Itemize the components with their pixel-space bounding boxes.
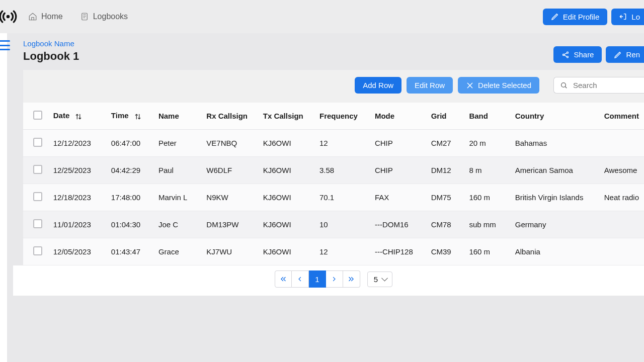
page-number-1[interactable]: 1	[309, 270, 326, 288]
cell-rx: KJ7WU	[201, 238, 258, 265]
col-header-name[interactable]: Name	[153, 103, 201, 130]
cell-tx: KJ6OWI	[258, 157, 314, 184]
edit-row-button[interactable]: Edit Row	[407, 77, 453, 94]
cell-grid: CM78	[426, 211, 464, 238]
col-header-tx[interactable]: Tx Callsign	[258, 103, 314, 130]
cell-country: British Virgin Islands	[510, 184, 599, 211]
row-checkbox[interactable]	[33, 246, 42, 255]
cell-mode: CHIP	[370, 130, 426, 157]
col-header-mode[interactable]: Mode	[370, 103, 426, 130]
page-last-button[interactable]	[343, 270, 360, 288]
cell-time: 01:43:47	[106, 238, 153, 265]
cell-grid: CM27	[426, 130, 464, 157]
page-next-button[interactable]	[326, 270, 343, 288]
svg-point-3	[567, 52, 569, 53]
col-header-comment[interactable]: Comment	[599, 103, 644, 130]
cell-rx: VE7NBQ	[201, 130, 258, 157]
cell-name: Marvin L	[153, 184, 201, 211]
table-row[interactable]: 12/25/202304:42:29PaulW6DLFKJ6OWI3.58CHI…	[23, 157, 644, 184]
row-checkbox[interactable]	[33, 165, 42, 174]
page-size-select[interactable]: 5	[367, 272, 392, 287]
table-row[interactable]: 12/18/202317:48:00Marvin LN9KWKJ6OWI70.1…	[23, 184, 644, 211]
col-header-country[interactable]: Country	[510, 103, 599, 130]
pagination: 1 5	[13, 265, 644, 296]
chevrons-right-icon	[348, 276, 355, 283]
page-first-button[interactable]	[275, 270, 292, 288]
hamburger-icon	[0, 40, 10, 50]
cell-time: 04:42:29	[106, 157, 153, 184]
cell-date: 12/25/2023	[48, 157, 106, 184]
share-label: Share	[574, 50, 594, 59]
col-header-freq[interactable]: Frequency	[314, 103, 370, 130]
svg-point-0	[7, 15, 10, 19]
sort-icon	[134, 113, 142, 121]
cell-mode: ---CHIP128	[370, 238, 426, 265]
page-prev-button[interactable]	[292, 270, 309, 288]
chevron-left-icon	[297, 276, 303, 282]
sort-icon	[74, 113, 83, 121]
delete-selected-label: Delete Selected	[478, 81, 531, 89]
row-checkbox[interactable]	[33, 138, 42, 147]
cell-freq: 3.58	[314, 157, 370, 184]
table-row[interactable]: 11/01/202301:04:30Joe CDM13PWKJ6OWI10---…	[23, 211, 644, 238]
edit-profile-label: Edit Profile	[563, 13, 600, 21]
close-icon	[466, 81, 474, 89]
page-title: Logbook 1	[23, 50, 79, 63]
cell-time: 01:04:30	[106, 211, 153, 238]
col-header-time[interactable]: Time	[106, 103, 153, 130]
col-header-date[interactable]: Date	[48, 103, 106, 130]
cell-date: 12/18/2023	[48, 184, 106, 211]
add-row-button[interactable]: Add Row	[355, 77, 401, 94]
row-checkbox[interactable]	[33, 192, 42, 201]
svg-point-4	[567, 56, 569, 57]
sidebar-toggle[interactable]	[0, 33, 13, 362]
navbar: Home Logbooks Edit Profile Lo	[0, 0, 644, 33]
cell-date: 12/05/2023	[48, 238, 106, 265]
table-row[interactable]: 12/05/202301:43:47GraceKJ7WUKJ6OWI12---C…	[23, 238, 644, 265]
search-input[interactable]	[573, 81, 633, 89]
cell-rx: N9KW	[201, 184, 258, 211]
cell-tx: KJ6OWI	[258, 238, 314, 265]
edit-profile-button[interactable]: Edit Profile	[543, 9, 608, 25]
cell-country: Bahamas	[510, 130, 599, 157]
app-logo-icon	[0, 7, 18, 27]
row-checkbox[interactable]	[33, 219, 42, 228]
logbook-table: Date Time Name Rx Callsign Tx Callsign F…	[23, 103, 644, 265]
cell-band: 8 m	[464, 157, 510, 184]
cell-time: 17:48:00	[106, 184, 153, 211]
cell-name: Peter	[153, 130, 201, 157]
col-header-band[interactable]: Band	[464, 103, 510, 130]
svg-rect-1	[82, 13, 87, 20]
search-icon	[560, 81, 568, 89]
delete-selected-button[interactable]: Delete Selected	[458, 77, 539, 94]
cell-comment	[599, 130, 644, 157]
cell-country: Albania	[510, 238, 599, 265]
search-input-wrap[interactable]	[553, 77, 644, 94]
breadcrumb[interactable]: Logbook Name	[23, 39, 79, 48]
nav-logbooks-label: Logbooks	[93, 12, 128, 21]
cell-freq: 10	[314, 211, 370, 238]
table-toolbar: Add Row Edit Row Delete Selected	[23, 70, 644, 103]
col-header-grid[interactable]: Grid	[426, 103, 464, 130]
cell-tx: KJ6OWI	[258, 211, 314, 238]
nav-logbooks[interactable]: Logbooks	[80, 12, 128, 21]
share-button[interactable]: Share	[553, 46, 602, 63]
cell-band: 20 m	[464, 130, 510, 157]
cell-country: Germany	[510, 211, 599, 238]
cell-rx: DM13PW	[201, 211, 258, 238]
edit-row-label: Edit Row	[415, 81, 445, 89]
cell-comment: Awesome	[599, 157, 644, 184]
nav-home[interactable]: Home	[28, 12, 63, 21]
select-all-checkbox[interactable]	[33, 111, 42, 120]
logout-label: Lo	[631, 13, 640, 21]
table-row[interactable]: 12/12/202306:47:00PeterVE7NBQKJ6OWI12CHI…	[23, 130, 644, 157]
book-icon	[80, 12, 89, 21]
cell-mode: ---DOM16	[370, 211, 426, 238]
logout-icon	[619, 13, 627, 21]
cell-comment	[599, 211, 644, 238]
rename-button[interactable]: Ren	[606, 46, 644, 63]
cell-rx: W6DLF	[201, 157, 258, 184]
logout-button[interactable]: Lo	[611, 9, 644, 25]
cell-grid: DM75	[426, 184, 464, 211]
col-header-rx[interactable]: Rx Callsign	[201, 103, 258, 130]
